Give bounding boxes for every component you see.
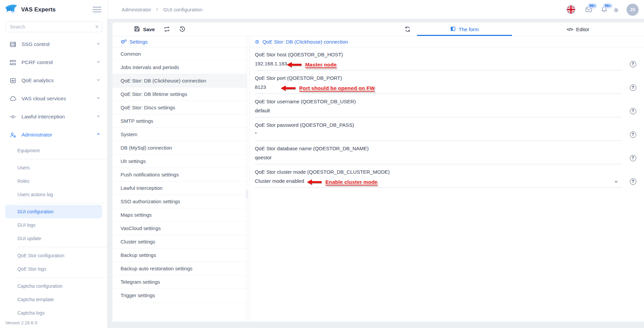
sidebar-nav: SSG control PCRF control (0, 35, 107, 320)
user-list-icon (9, 59, 16, 66)
messages-icon[interactable]: 99+ (585, 6, 592, 13)
settings-item-qoe-discs[interactable]: QoE Stor: Discs settings (112, 101, 247, 114)
submenu-item-roles[interactable]: Roles (0, 174, 107, 188)
settings-item-jobs-intervals[interactable]: Jobs intervals and periods (112, 61, 247, 74)
select-chevron-down-icon[interactable] (614, 179, 618, 185)
help-icon[interactable]: ? (630, 178, 636, 185)
help-icon[interactable]: ? (630, 61, 636, 67)
submenu-item-equipment[interactable]: Equipment (0, 144, 107, 157)
settings-item-common[interactable]: Common (112, 47, 247, 61)
server-icon (9, 41, 16, 48)
submenu-label: QoE Stor configuration (17, 253, 64, 258)
sidebar-item-lawful-interception[interactable]: Lawful interception (0, 108, 107, 126)
language-flag-icon[interactable] (566, 5, 576, 14)
save-button[interactable]: Save (134, 26, 155, 33)
sidebar-item-vas-cloud-services[interactable]: VAS cloud services (0, 90, 107, 108)
settings-item-trigger[interactable]: Trigger settings (112, 289, 247, 302)
sidebar-item-pcrf-control[interactable]: PCRF control (0, 53, 107, 71)
username-input[interactable]: default (255, 107, 622, 117)
panel-resize-handle[interactable] (245, 190, 248, 199)
manta-logo-icon (5, 3, 18, 16)
field-label: QoE Stor username (QOESTOR_DB_USER) (255, 99, 644, 104)
help-icon[interactable]: ? (630, 155, 636, 161)
user-avatar[interactable]: JS (627, 4, 639, 16)
form-fields: QoE Stor host (QOESTOR_DB_HOST) 192.168.… (249, 47, 644, 188)
notifications-bell-icon[interactable]: 99+ (600, 6, 608, 13)
port-input[interactable]: 8123 Port should be opened on FW (255, 84, 622, 94)
field-qoe-stor-database-name: QoE Stor database name (QOESTOR_DB_NAME)… (255, 146, 644, 164)
tab-label: The form (459, 26, 479, 32)
settings-item-system[interactable]: System (112, 128, 247, 141)
bug-report-icon[interactable] (612, 6, 620, 13)
cluster-mode-select[interactable]: Cluster mode enabled Enable cluster mode (255, 178, 622, 188)
code-editor-icon: </> (567, 27, 573, 32)
settings-item-maps[interactable]: Maps settings (112, 208, 247, 222)
history-restore-icon[interactable] (179, 26, 186, 33)
submenu-item-users-actions-log[interactable]: Users actions log (0, 188, 107, 201)
submenu-item-captcha-logs[interactable]: Captcha logs (0, 306, 107, 320)
toolbar-actions: Save (112, 22, 186, 36)
submenu-label: Users (17, 165, 30, 170)
breadcrumb-gui-configuration[interactable]: GUI configuration (163, 7, 202, 12)
submenu-item-captcha-configuration[interactable]: Captcha configuration (0, 279, 107, 293)
field-value: 8123 (255, 84, 266, 90)
submenu-item-users[interactable]: Users (0, 161, 107, 174)
transfer-settings-icon[interactable] (164, 26, 170, 33)
search-clear-icon[interactable]: ✕ (95, 24, 99, 30)
toolbar: Save (112, 22, 644, 36)
brand-logo[interactable]: VAS Experts (5, 3, 56, 16)
submenu-item-qoe-stor-configuration[interactable]: QoE Stor configuration (0, 249, 107, 262)
sidebar-collapse-hamburger-icon[interactable] (93, 5, 101, 14)
settings-item-cluster[interactable]: Cluster settings (112, 235, 247, 249)
breadcrumb-administrator[interactable]: Administrator (122, 7, 151, 12)
settings-item-ulr[interactable]: Ulr settings (112, 155, 247, 168)
settings-item-telegram[interactable]: Telegram settings (112, 275, 247, 289)
settings-item-lawful-interception[interactable]: Lawful interception (112, 181, 247, 195)
messages-badge: 99+ (588, 3, 597, 8)
red-arrow-left-icon (281, 86, 295, 91)
annotation-text: Enable cluster mode (325, 179, 377, 185)
host-input[interactable]: 192.168.1.183 Master node (255, 60, 622, 70)
submenu-divider (17, 277, 107, 278)
annotation-master-node: Master node (287, 62, 337, 68)
database-name-input[interactable]: qoestor (255, 154, 622, 164)
submenu-item-captcha-template[interactable]: Captcha template (0, 293, 107, 306)
form-header: ⚙ QoE Stor: DB (Clickhouse) connection (249, 36, 644, 47)
settings-item-backup-auto-restoration[interactable]: Backup auto restoration settings (112, 262, 247, 275)
field-value: 192.168.1.183 (255, 61, 287, 66)
sidebar-item-ssg-control[interactable]: SSG control (0, 35, 107, 53)
settings-item-sso-authorization[interactable]: SSO authorization settings (112, 195, 247, 208)
help-icon[interactable]: ? (630, 131, 636, 138)
refresh-icon[interactable] (398, 22, 417, 36)
red-arrow-left-icon (287, 62, 302, 67)
field-label: QoE Stor database name (QOESTOR_DB_NAME) (255, 146, 644, 151)
notifications-badge: 99+ (603, 3, 612, 8)
submenu-label: GUI logs (17, 223, 36, 228)
settings-item-db-mysql[interactable]: DB (MySql) connection (112, 141, 247, 155)
field-value: Cluster mode enabled (255, 178, 304, 184)
help-icon[interactable]: ? (630, 108, 636, 114)
settings-item-qoe-db-lifetime[interactable]: QoE Stor: DB lifetime settings (112, 88, 247, 101)
annotation-text: Master node (305, 62, 337, 68)
settings-item-backup[interactable]: Backup settings (112, 249, 247, 262)
field-qoe-stor-host: QoE Stor host (QOESTOR_DB_HOST) 192.168.… (255, 52, 644, 70)
sidebar-item-qoe-analytics[interactable]: QoE analytics (0, 71, 107, 90)
chevron-down-icon (96, 41, 101, 47)
search-input[interactable] (5, 21, 102, 32)
help-icon[interactable]: ? (630, 85, 636, 91)
submenu-item-gui-configuration[interactable]: GUI configuration (5, 205, 102, 218)
tab-editor[interactable]: </> Editor (512, 22, 644, 36)
tab-the-form[interactable]: The form (417, 22, 512, 36)
sidebar-item-label: SSG control (21, 41, 50, 47)
submenu-item-gui-update[interactable]: GUI update (0, 232, 107, 245)
settings-item-vascloud[interactable]: VasCloud settings (112, 222, 247, 235)
settings-item-push-notifications[interactable]: Push notifications settings (112, 168, 247, 181)
submenu-item-qoe-stor-logs[interactable]: QoE Stor logs (0, 262, 107, 276)
form-title: QoE Stor: DB (Clickhouse) connection (262, 39, 348, 45)
password-input[interactable]: '' (255, 131, 622, 141)
settings-item-qoe-db-connection[interactable]: QoE Stor: DB (Clickhouse) connection (112, 74, 247, 88)
sidebar-item-label: Administrator (21, 132, 52, 138)
submenu-item-gui-logs[interactable]: GUI logs (0, 218, 107, 232)
sidebar-item-administrator[interactable]: Administrator (0, 126, 107, 144)
settings-item-smtp[interactable]: SMTP settings (112, 114, 247, 128)
